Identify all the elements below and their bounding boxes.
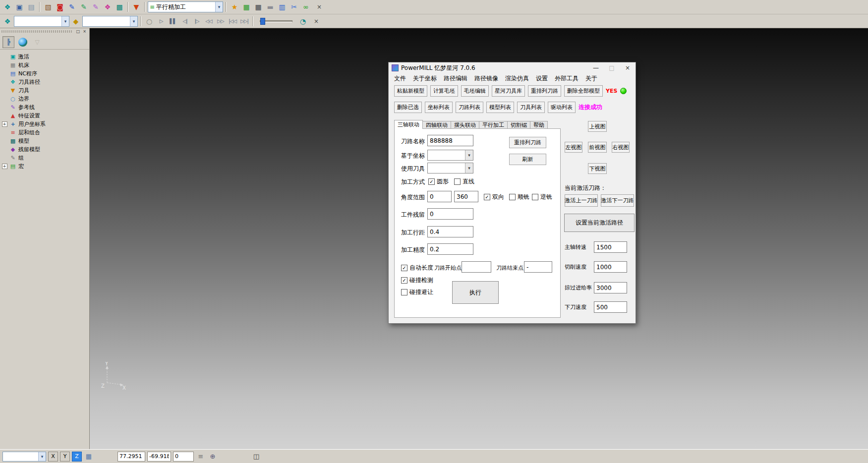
tree-item-machine[interactable]: ▦机床: [1, 61, 88, 69]
stock-input[interactable]: [427, 208, 473, 220]
slider-handle[interactable]: [260, 18, 265, 25]
globe-icon[interactable]: [17, 36, 29, 48]
tree-item-feature-sets[interactable]: ▲特征设置: [1, 112, 88, 120]
spindle-speed-input[interactable]: [594, 241, 627, 253]
layers-icon[interactable]: ▩: [114, 1, 125, 12]
tree-item-levels-sets[interactable]: ≡层和组合: [1, 128, 88, 137]
execute-button[interactable]: 执行: [452, 281, 499, 304]
conventional-option[interactable]: 逆铣: [532, 193, 552, 201]
chevron-down-icon[interactable]: ▾: [465, 150, 473, 160]
chevron-down-icon[interactable]: ▾: [130, 16, 137, 26]
panel-close-icon[interactable]: ×: [81, 29, 88, 34]
circle-option[interactable]: ✓ 圆形: [428, 177, 449, 186]
refresh-button[interactable]: 刷新: [509, 154, 546, 165]
view-top-button[interactable]: 上视图: [588, 121, 607, 132]
grid-icon[interactable]: ▦: [84, 452, 94, 462]
coord-x-input[interactable]: [117, 452, 145, 462]
powermill-levels-icon[interactable]: ❖: [2, 1, 13, 12]
close-icon[interactable]: ×: [620, 62, 636, 73]
plus-expander-icon[interactable]: +: [2, 121, 7, 127]
z-axis-button[interactable]: Z: [72, 452, 82, 462]
stepover-input[interactable]: [427, 226, 473, 237]
collision-check-option[interactable]: ✓ 碰撞检测: [401, 276, 433, 285]
tab-saw[interactable]: 切割锯: [507, 121, 530, 129]
fast-forward-button[interactable]: ▷▷: [215, 16, 226, 26]
use-tool-select[interactable]: ▾: [427, 163, 473, 174]
minimize-icon[interactable]: —: [588, 62, 604, 73]
step-back-button[interactable]: ◁|: [179, 16, 190, 26]
panel-grip[interactable]: □ ×: [0, 28, 89, 35]
menu-file[interactable]: 文件: [391, 74, 409, 83]
menu-external-tools[interactable]: 外部工具: [551, 74, 582, 83]
tree-item-nc-programs[interactable]: ▤NC程序: [1, 69, 88, 78]
lightbulb-icon[interactable]: ○: [144, 16, 155, 27]
step-forward-button[interactable]: |▷: [191, 16, 202, 26]
plunge-feed-input[interactable]: [594, 301, 627, 313]
tab-3axis[interactable]: 三轴联动: [394, 120, 423, 129]
calc-block-button[interactable]: 计算毛坯: [430, 85, 458, 97]
tab-head[interactable]: 摆头联动: [451, 121, 479, 129]
magnet-icon[interactable]: ◙: [55, 1, 65, 12]
go-end-button[interactable]: ▷▷|: [239, 16, 250, 26]
view-left-button[interactable]: 左视图: [565, 142, 582, 153]
delete-all-models-button[interactable]: 删除全部模型: [564, 85, 603, 97]
auto-length-checkbox[interactable]: ✓: [401, 265, 407, 271]
y-axis-button[interactable]: Y: [60, 452, 70, 462]
tab-4axis[interactable]: 四轴联动: [422, 121, 451, 129]
tree-toggle-icon[interactable]: ╠: [2, 36, 14, 48]
view-bottom-button[interactable]: 下视图: [588, 163, 607, 174]
start-point-input[interactable]: [462, 261, 491, 273]
climb-checkbox[interactable]: [509, 194, 516, 200]
pause-button[interactable]: ▌▌: [168, 16, 178, 26]
cutting-feed-input[interactable]: [594, 261, 627, 273]
print-icon[interactable]: ▤: [26, 1, 37, 12]
set-active-path-button[interactable]: 设置当前激活路径: [564, 214, 635, 232]
stats-icon[interactable]: ▥: [277, 1, 288, 12]
toolpath-name-input[interactable]: [427, 135, 473, 146]
auto-length-option[interactable]: ✓ 自动长度: [401, 264, 433, 272]
rewind-button[interactable]: ◁◁: [203, 16, 214, 26]
toolpath-star-icon[interactable]: ★: [229, 1, 240, 12]
x-axis-button[interactable]: X: [48, 452, 58, 462]
activate-prev-button[interactable]: 激活上一刀路: [565, 194, 598, 207]
save-icon[interactable]: ▣: [14, 1, 25, 12]
panel-float-icon[interactable]: □: [75, 29, 81, 34]
pattern-icon[interactable]: ❖: [102, 1, 113, 12]
levels-icon[interactable]: ❖: [2, 16, 13, 27]
delete-selected-button[interactable]: 删除已选: [394, 102, 422, 113]
coord-list-button[interactable]: 坐标列表: [425, 102, 453, 113]
view-right-button[interactable]: 右视图: [612, 142, 630, 153]
end-point-input[interactable]: [524, 261, 552, 273]
scissors-icon[interactable]: ✂: [289, 1, 299, 12]
menu-settings[interactable]: 设置: [532, 74, 551, 83]
toolbar-close-icon[interactable]: ×: [315, 3, 323, 11]
pages-icon[interactable]: ◫: [251, 452, 261, 462]
simulation-tool-dropdown[interactable]: ▾: [82, 16, 138, 27]
panel-drag-handle[interactable]: [1, 30, 72, 33]
go-start-button[interactable]: |◁◁: [227, 16, 238, 26]
tree-item-groups[interactable]: ✎组: [1, 154, 88, 162]
tree-item-models[interactable]: ▩模型: [1, 137, 88, 145]
coord-y-input[interactable]: [147, 452, 171, 462]
tree-item-workplanes[interactable]: ++用户坐标系: [1, 120, 88, 128]
tolerance-input[interactable]: [427, 243, 473, 255]
tree-item-macros[interactable]: +▤宏: [1, 162, 88, 171]
climb-option[interactable]: 顺铣: [509, 193, 529, 201]
tree-item-boundaries[interactable]: ○边界: [1, 95, 88, 103]
toolpath-list-button[interactable]: 刀路列表: [456, 102, 483, 113]
tool-icon[interactable]: ◆: [70, 16, 81, 27]
chevron-down-icon[interactable]: ▾: [61, 16, 69, 26]
collision-avoid-checkbox[interactable]: [401, 289, 407, 295]
pencil-j-icon[interactable]: ✎: [78, 1, 89, 12]
conventional-checkbox[interactable]: [532, 194, 538, 200]
rearrange-button[interactable]: 重排列刀路: [509, 137, 546, 148]
tool-list-button[interactable]: 刀具列表: [517, 102, 545, 113]
based-coord-select[interactable]: ▾: [427, 150, 473, 161]
axes-icon[interactable]: ⊕: [208, 452, 218, 462]
circle-checkbox[interactable]: ✓: [428, 178, 435, 185]
chevron-down-icon[interactable]: ▾: [38, 452, 46, 461]
collision-avoid-option[interactable]: 碰撞避让: [401, 288, 433, 296]
tool-library-button[interactable]: 星河刀具库: [492, 85, 525, 97]
view-front-button[interactable]: 前视图: [588, 142, 607, 153]
angle-from-input[interactable]: [427, 191, 452, 202]
